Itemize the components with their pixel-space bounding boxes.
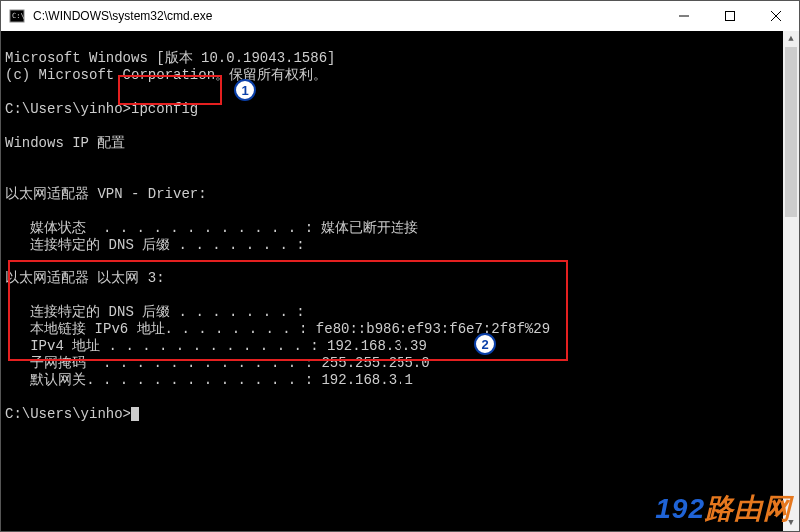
cursor bbox=[131, 407, 139, 421]
version-line: Microsoft Windows [版本 10.0.19043.1586] bbox=[5, 50, 795, 67]
window-title: C:\WINDOWS\system32\cmd.exe bbox=[33, 9, 661, 23]
blank-line bbox=[5, 84, 795, 101]
blank-line bbox=[5, 287, 795, 304]
scroll-track[interactable] bbox=[783, 47, 799, 515]
blank-line bbox=[5, 254, 795, 270]
scroll-thumb[interactable] bbox=[785, 47, 797, 217]
minimize-button[interactable] bbox=[661, 1, 707, 31]
blank-line bbox=[5, 169, 795, 186]
eth3-gateway: 默认网关. . . . . . . . . . . . . : 192.168.… bbox=[5, 372, 795, 389]
svg-text:C:\: C:\ bbox=[12, 12, 25, 20]
prompt-prefix-2: C:\Users\yinho> bbox=[5, 406, 131, 422]
blank-line bbox=[5, 118, 795, 135]
prompt-line-1: C:\Users\yinho>ipconfig bbox=[5, 101, 795, 118]
eth3-dns-suffix: 连接特定的 DNS 后缀 . . . . . . . : bbox=[5, 304, 795, 321]
svg-rect-3 bbox=[726, 12, 735, 21]
scroll-up-button[interactable]: ▲ bbox=[783, 31, 799, 47]
close-button[interactable] bbox=[753, 1, 799, 31]
watermark-text: 路由网 bbox=[705, 493, 792, 524]
blank-line bbox=[5, 152, 795, 169]
window-controls bbox=[661, 1, 799, 31]
prompt-prefix: C:\Users\yinho> bbox=[5, 101, 131, 117]
command-ipconfig: ipconfig bbox=[131, 101, 198, 117]
adapter-vpn-header: 以太网适配器 VPN - Driver: bbox=[5, 186, 795, 203]
titlebar[interactable]: C:\ C:\WINDOWS\system32\cmd.exe bbox=[1, 1, 799, 31]
eth3-ipv6: 本地链接 IPv6 地址. . . . . . . . : fe80::b986… bbox=[5, 321, 795, 338]
eth3-subnet: 子网掩码 . . . . . . . . . . . . : 255.255.2… bbox=[5, 355, 795, 372]
terminal-output[interactable]: Microsoft Windows [版本 10.0.19043.1586](c… bbox=[1, 31, 799, 531]
blank-line bbox=[5, 389, 795, 406]
cmd-window: C:\ C:\WINDOWS\system32\cmd.exe Microsof… bbox=[0, 0, 800, 532]
annotation-callout-2: 2 bbox=[474, 333, 496, 355]
ip-config-header: Windows IP 配置 bbox=[5, 135, 795, 152]
prompt-line-2: C:\Users\yinho> bbox=[5, 406, 795, 423]
annotation-callout-1: 1 bbox=[234, 79, 256, 101]
cmd-icon: C:\ bbox=[9, 8, 25, 24]
blank-line bbox=[5, 203, 795, 220]
copyright-line: (c) Microsoft Corporation。保留所有权利。 bbox=[5, 67, 795, 84]
vpn-dns-suffix: 连接特定的 DNS 后缀 . . . . . . . : bbox=[5, 237, 795, 254]
vertical-scrollbar[interactable]: ▲ ▼ bbox=[783, 31, 799, 531]
maximize-button[interactable] bbox=[707, 1, 753, 31]
adapter-eth3-header: 以太网适配器 以太网 3: bbox=[5, 270, 795, 287]
vpn-media-state: 媒体状态 . . . . . . . . . . . . : 媒体已断开连接 bbox=[5, 220, 795, 237]
eth3-ipv4: IPv4 地址 . . . . . . . . . . . . : 192.16… bbox=[5, 338, 795, 355]
watermark-number: 192 bbox=[655, 493, 705, 524]
watermark: 192路由网 bbox=[655, 490, 792, 528]
